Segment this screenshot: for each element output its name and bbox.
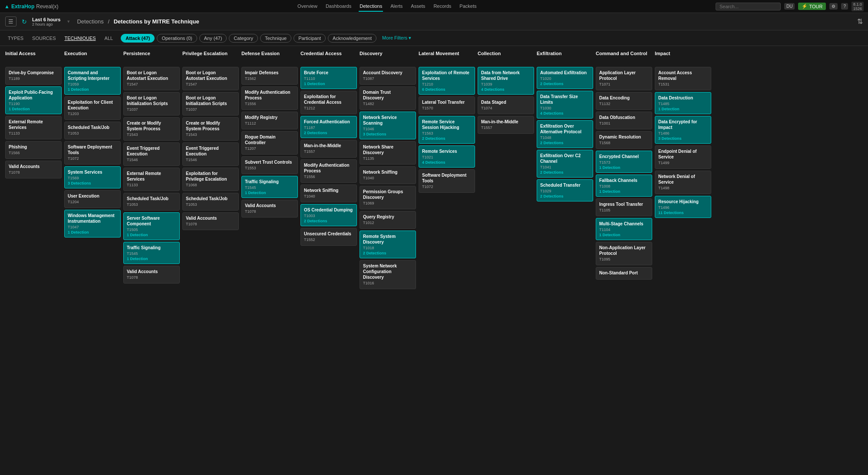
- tactic-cell[interactable]: Resource HijackingT149611 Detections: [655, 196, 711, 218]
- tactic-cell[interactable]: Data ObfuscationT1001: [596, 112, 652, 129]
- tactic-cell[interactable]: Network SniffingT1040: [300, 185, 357, 202]
- tactic-cell[interactable]: Create or Modify System ProcessT1543: [182, 117, 239, 141]
- tactic-cell[interactable]: Non-Standard Port: [596, 267, 652, 280]
- tactic-cell[interactable]: Dynamic ResolutionT1568: [596, 131, 652, 149]
- filter-pill-attack[interactable]: Attack (47): [121, 34, 155, 43]
- tactic-cell[interactable]: Man-in-the-MiddleT1557: [300, 140, 357, 158]
- tactic-cell[interactable]: Exploitation of Remote ServicesT12106 De…: [419, 67, 475, 95]
- nav-detections[interactable]: Detections: [359, 1, 383, 12]
- tactic-cell[interactable]: Unsecured CredentialsT1552: [300, 228, 357, 246]
- tactic-cell[interactable]: Account Access RemovalT1531: [655, 67, 711, 90]
- sort-button[interactable]: ⇅: [857, 17, 863, 26]
- tactic-cell[interactable]: Server Software ComponentT15051 Detectio…: [123, 212, 180, 240]
- tactic-cell[interactable]: Network Service ScanningT10463 Detection…: [360, 112, 416, 139]
- tactic-cell[interactable]: Modify Authentication ProcessT1556: [241, 86, 298, 110]
- tactic-cell[interactable]: Application Layer ProtocolT1071: [596, 67, 652, 90]
- tactic-cell[interactable]: Valid AccountsT1078: [5, 161, 62, 178]
- tactic-cell[interactable]: Remote Service Session HijackingT15632 D…: [419, 116, 475, 144]
- tactic-cell[interactable]: Data Transfer Size LimitsT10304 Detectio…: [537, 91, 593, 119]
- tactic-cell[interactable]: Exploit Public-Facing ApplicationT11901 …: [5, 86, 62, 114]
- tactic-cell[interactable]: Exfiltration Over Alternative ProtocolT1…: [537, 120, 593, 148]
- tactic-cell[interactable]: Non-Application Layer ProtocolT1095: [596, 242, 652, 265]
- tactic-cell[interactable]: Query RegistryT1012: [360, 211, 416, 229]
- tactic-cell[interactable]: Man-in-the-MiddleT1557: [478, 116, 534, 134]
- refresh-button[interactable]: ↻: [22, 18, 27, 25]
- tactic-cell[interactable]: Endpoint Denial of ServiceT1499: [655, 145, 711, 169]
- tactic-cell[interactable]: Event Triggered ExecutionT1546: [182, 142, 239, 166]
- help-icon-btn[interactable]: ?: [841, 3, 848, 10]
- tactic-cell[interactable]: PhishingT1566: [5, 141, 62, 159]
- filter-pill-technique[interactable]: Technique: [260, 34, 291, 43]
- tactic-cell[interactable]: Event Triggered ExecutionT1546: [123, 142, 180, 166]
- tactic-cell[interactable]: Rogue Domain ControllerT1207: [241, 131, 298, 155]
- user-icon-btn[interactable]: DU: [784, 3, 795, 10]
- tactic-cell[interactable]: User ExecutionT1204: [64, 190, 121, 208]
- tactic-cell[interactable]: Forced AuthenticationT11872 Detections: [300, 116, 357, 138]
- tactic-cell[interactable]: Exploitation for Privilege EscalationT10…: [182, 168, 239, 191]
- filter-tab-techniques[interactable]: TECHNIQUES: [62, 34, 98, 43]
- tactic-cell[interactable]: Valid AccountsT1078: [182, 212, 239, 230]
- tactic-cell[interactable]: Boot or Logon Initialization ScriptsT103…: [123, 92, 180, 115]
- filter-pill-acknowledgement[interactable]: Acknowledgement: [328, 34, 376, 43]
- filter-tab-sources[interactable]: SOURCES: [30, 34, 58, 43]
- tactic-cell[interactable]: Valid AccountsT1078: [241, 200, 298, 218]
- time-selector[interactable]: Last 6 hours 2 hours ago: [32, 17, 60, 26]
- tactic-cell[interactable]: Scheduled Task/JobT1053: [182, 193, 239, 211]
- tactic-cell[interactable]: Drive-by CompromiseT1189: [5, 67, 62, 85]
- tactic-cell[interactable]: Exploitation for Credential AccessT1212: [300, 91, 357, 114]
- tactic-cell[interactable]: Command and Scripting InterpreterT10591 …: [64, 67, 121, 95]
- nav-packets[interactable]: Packets: [459, 1, 477, 12]
- breadcrumb-root[interactable]: Detections: [77, 18, 103, 25]
- tactic-cell[interactable]: Encrypted ChannelT15731 Detection: [596, 151, 652, 173]
- tactic-cell[interactable]: Modify Authentication ProcessT1556: [300, 159, 357, 183]
- settings-icon-btn[interactable]: ⚙: [829, 3, 838, 10]
- tactic-cell[interactable]: Modify RegistryT1112: [241, 112, 298, 129]
- tactic-cell[interactable]: Ingress Tool TransferT1105: [596, 198, 652, 216]
- tactic-cell[interactable]: Impair DefensesT1562: [241, 67, 298, 85]
- filter-pill-any[interactable]: Any (47): [199, 34, 227, 43]
- filter-pill-operations[interactable]: Operations (0): [157, 34, 197, 43]
- tactic-cell[interactable]: External Remote ServicesT1133: [5, 116, 62, 139]
- tour-button[interactable]: ⚡ TOUR: [798, 3, 826, 10]
- tactic-cell[interactable]: Fallback ChannelsT10081 Detection: [596, 175, 652, 197]
- tactic-cell[interactable]: Data EncodingT1132: [596, 92, 652, 110]
- tactic-cell[interactable]: Network Share DiscoveryT1135: [360, 141, 416, 165]
- tactic-cell[interactable]: Multi-Stage ChannelsT11041 Detection: [596, 218, 652, 240]
- nav-records[interactable]: Records: [432, 1, 452, 12]
- tactic-cell[interactable]: Exfiltration Over C2 ChannelT10412 Detec…: [537, 150, 593, 178]
- sidebar-toggle-button[interactable]: ☰: [5, 16, 17, 26]
- search-input[interactable]: [716, 3, 781, 10]
- tactic-cell[interactable]: Traffic SignalingT15451 Detection: [241, 176, 298, 198]
- tactic-cell[interactable]: Network SniffingT1040: [360, 166, 416, 184]
- filter-pill-participant[interactable]: Participant: [294, 34, 326, 43]
- filter-tab-types[interactable]: TYPES: [5, 34, 26, 43]
- tactic-cell[interactable]: Boot or Logon Autostart ExecutionT1547: [123, 67, 180, 90]
- nav-alerts[interactable]: Alerts: [389, 1, 403, 12]
- tactic-cell[interactable]: Software Deployment ToolsT1072: [64, 141, 121, 165]
- tactic-cell[interactable]: Traffic SignalingT15451 Detection: [123, 242, 180, 264]
- tactic-cell[interactable]: Remote System DiscoveryT10182 Detections: [360, 231, 416, 258]
- tactic-cell[interactable]: Windows Management InstrumentationT10471…: [64, 210, 121, 238]
- tactic-cell[interactable]: Scheduled Task/JobT1053: [64, 122, 121, 139]
- tactic-cell[interactable]: Network Denial of ServiceT1498: [655, 171, 711, 194]
- tactic-cell[interactable]: Automated ExfiltrationT10202 Detections: [537, 67, 593, 89]
- nav-dashboards[interactable]: Dashboards: [325, 1, 352, 12]
- tactic-cell[interactable]: Permission Groups DiscoveryT1069: [360, 186, 416, 209]
- tactic-cell[interactable]: Data from Network Shared DriveT10394 Det…: [478, 67, 534, 95]
- tactic-cell[interactable]: Data Encrypted for ImpactT14863 Detectio…: [655, 116, 711, 144]
- tactic-cell[interactable]: Remote ServicesT10214 Detections: [419, 145, 475, 168]
- tactic-cell[interactable]: Boot or Logon Autostart ExecutionT1547: [182, 67, 239, 90]
- tactic-cell[interactable]: Scheduled Task/JobT1053: [123, 193, 180, 211]
- tactic-cell[interactable]: Brute ForceT11101 Detection: [300, 67, 357, 89]
- tactic-cell[interactable]: System Network Configuration DiscoveryT1…: [360, 260, 416, 289]
- tactic-cell[interactable]: Exploitation for Client ExecutionT1203: [64, 96, 121, 120]
- tactic-cell[interactable]: Valid AccountsT1078: [123, 266, 180, 284]
- nav-assets[interactable]: Assets: [410, 1, 426, 12]
- tactic-cell[interactable]: OS Credential DumpingT10032 Detections: [300, 204, 357, 226]
- tactic-cell[interactable]: Boot or Logon Initialization ScriptsT103…: [182, 92, 239, 115]
- tactic-cell[interactable]: Lateral Tool TransferT1570: [419, 96, 475, 114]
- tactic-cell[interactable]: External Remote ServicesT1133: [123, 168, 180, 191]
- tactic-cell[interactable]: Subvert Trust ControlsT1553: [241, 156, 298, 174]
- tactic-cell[interactable]: Data StagedT1074: [478, 96, 534, 114]
- tactic-cell[interactable]: Data DestructionT14851 Detection: [655, 92, 711, 114]
